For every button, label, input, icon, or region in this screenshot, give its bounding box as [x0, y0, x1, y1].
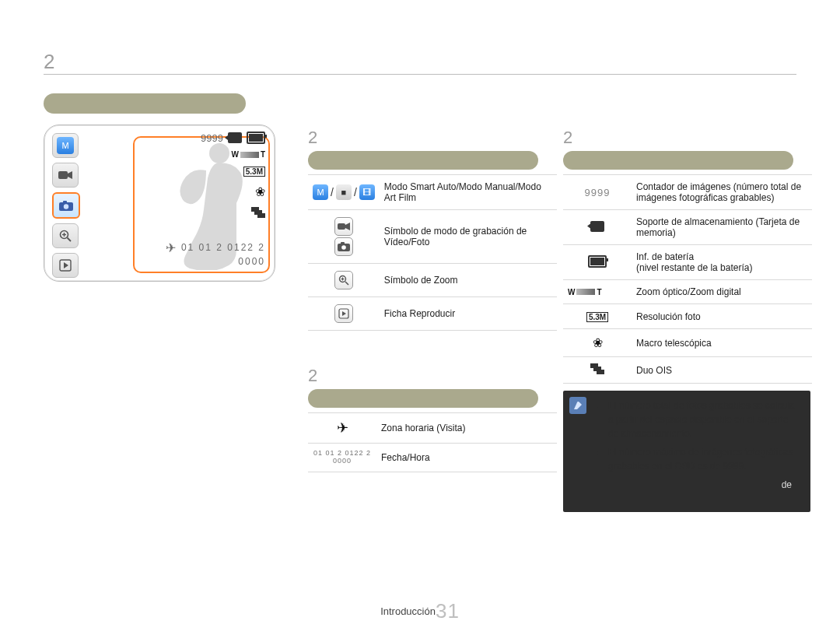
legend-label: Inf. de batería (nivel restante de la ba…	[632, 245, 812, 280]
svg-rect-1	[58, 171, 68, 179]
svg-point-12	[341, 245, 346, 250]
right-column: 2 9999 Contador de imágenes (número tota…	[563, 128, 812, 384]
legend-label: Símbolo de Zoom	[380, 264, 557, 297]
mode-photo-button[interactable]	[52, 192, 80, 219]
section-pill	[308, 389, 538, 408]
note-visible-fragment: de	[782, 478, 792, 492]
lcd-top-right: 9999	[201, 132, 265, 144]
photo-counter: 9999	[201, 132, 223, 144]
legend-label: Zoom óptico/Zoom digital	[632, 280, 812, 304]
lcd-time: 0000	[238, 256, 265, 267]
note-bullet: El número máximo de imágenes fotográfica…	[608, 445, 800, 473]
page-number: 31	[436, 599, 460, 623]
clock-icon: ✈	[166, 241, 177, 254]
camera-lcd-mock: M 9999 WT	[44, 125, 275, 282]
section-pill	[563, 151, 793, 170]
svg-line-15	[345, 282, 348, 285]
duo-ois-icon	[563, 357, 632, 384]
manual-page: 2 2 M	[0, 0, 840, 642]
mode-icons: M/ ■/ 🎞	[308, 175, 380, 210]
section-pill	[308, 151, 538, 170]
section-number: 2	[308, 366, 557, 386]
svg-point-3	[64, 204, 68, 209]
mode-video-button[interactable]	[52, 163, 79, 188]
svg-rect-10	[338, 223, 345, 230]
section-pill-left: 2	[44, 93, 246, 114]
memory-card-icon	[228, 132, 242, 143]
legend-table-bottom-icons: ✈ Zona horaria (Visita) 01 01 2 0122 2 0…	[308, 412, 557, 472]
play-tab-button[interactable]	[52, 253, 79, 278]
zoom-wt-icon: WT	[231, 150, 265, 159]
zoom-wt-icon: WT	[563, 280, 632, 304]
legend-label: Ficha Reproducir	[380, 297, 557, 331]
legend-label: Macro telescópica	[632, 329, 812, 357]
heading-rule	[44, 74, 796, 75]
legend-table-right-icons: 9999 Contador de imágenes (número total …	[563, 174, 812, 384]
section-number: 2	[308, 128, 557, 148]
note-box: El número total de fotos grabables se ca…	[563, 391, 810, 512]
note-info-icon	[569, 397, 586, 414]
battery-icon	[563, 245, 632, 280]
svg-rect-13	[341, 242, 345, 244]
mid-top-column: 2 M/ ■/ 🎞 Modo Smart Auto/Modo Manual/Mo…	[308, 128, 557, 331]
page-footer: Introducción31	[0, 599, 840, 623]
clock-icon: ✈	[308, 413, 376, 444]
legend-label: Fecha/Hora	[376, 444, 557, 472]
note-bullet: El número total de fotos grabables se ca…	[608, 398, 800, 440]
legend-label: Modo Smart Auto/Modo Manual/Modo Art Fil…	[380, 175, 557, 210]
lcd-right-icon-stack: WT 5.3M ❀	[231, 150, 265, 218]
svg-line-6	[68, 238, 72, 242]
zoom-button[interactable]	[52, 223, 79, 248]
legend-label: Símbolo de modo de grabación de Vídeo/Fo…	[380, 210, 557, 264]
resolution-icon: 5.3M	[243, 167, 265, 177]
macro-flower-icon: ❀	[563, 329, 632, 357]
footer-label: Introducción	[380, 605, 436, 617]
svg-rect-4	[63, 201, 67, 203]
datetime-text-icon: 01 01 2 0122 2 0000	[308, 444, 376, 472]
zoom-icon	[308, 264, 380, 297]
mode-smart-auto-button[interactable]: M	[52, 133, 79, 158]
counter-text-icon: 9999	[563, 175, 632, 210]
duo-ois-icon	[251, 207, 265, 218]
battery-icon	[247, 132, 265, 144]
mid-bottom-column: 2 ✈ Zona horaria (Visita) 01 01 2 0122 2…	[308, 366, 557, 472]
lcd-datetime: ✈ 01 01 2 0122 2 0000	[166, 240, 265, 267]
legend-table-left-icons: M/ ■/ 🎞 Modo Smart Auto/Modo Manual/Modo…	[308, 174, 557, 331]
play-tab-icon	[308, 297, 380, 331]
datetime-line2: 0000	[313, 458, 372, 465]
macro-flower-icon: ❀	[255, 184, 265, 199]
memory-card-icon	[563, 210, 632, 245]
legend-label: Contador de imágenes (número total de im…	[632, 175, 812, 210]
lcd-sidebar: M	[52, 133, 80, 278]
resolution-icon: 5.3M	[563, 304, 632, 329]
lcd-date: 01 01 2 0122 2	[181, 242, 265, 253]
left-column: 2 M	[44, 93, 277, 282]
legend-label: Resolución foto	[632, 304, 812, 329]
legend-label: Zona horaria (Visita)	[376, 413, 557, 444]
legend-label: Duo OIS	[632, 357, 812, 384]
page-heading-number: 2	[44, 50, 54, 74]
video-photo-icon	[308, 210, 380, 264]
legend-label: Soporte de almacenamiento (Tarjeta de me…	[632, 210, 812, 245]
section-number: 2	[563, 128, 812, 148]
